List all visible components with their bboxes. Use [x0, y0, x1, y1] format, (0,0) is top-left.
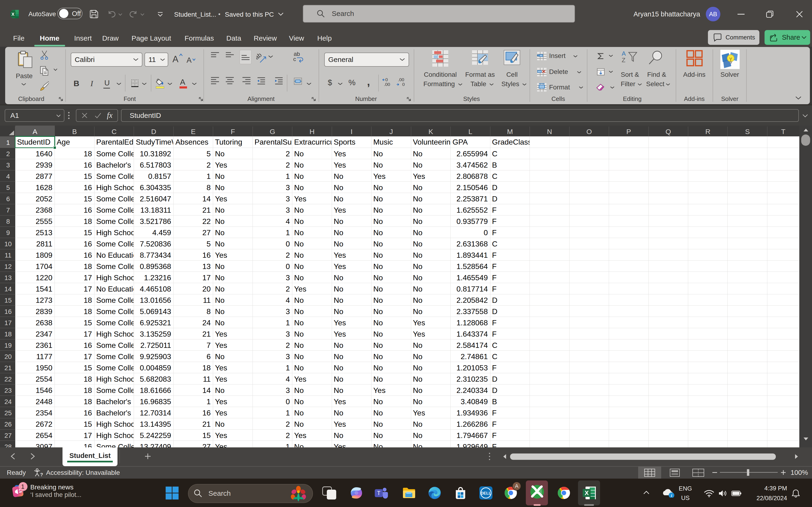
svg-text:X: X	[11, 12, 14, 17]
svg-text:A: A	[622, 50, 626, 57]
svg-text:Z: Z	[622, 57, 625, 64]
svg-text:T: T	[377, 490, 380, 496]
svg-text:c: c	[293, 56, 296, 62]
svg-text:?: ?	[40, 472, 43, 477]
svg-text:DELL: DELL	[481, 491, 491, 496]
svg-text:ab: ab	[256, 52, 263, 61]
